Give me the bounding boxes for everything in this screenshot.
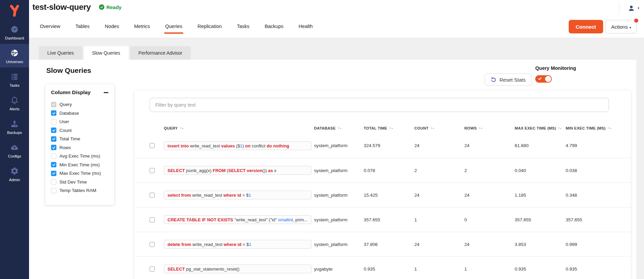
sidebar: DashboardUniversesTasksAlertsBackupsConf…: [0, 0, 29, 279]
database-cell: system_platform: [314, 193, 364, 198]
sidebar-item-admin[interactable]: Admin: [0, 162, 29, 186]
column-option-temp-tables-ram[interactable]: Temp Tables RAM: [51, 186, 108, 195]
task-list-icon: [10, 72, 19, 81]
checkbox-icon[interactable]: [51, 128, 56, 133]
column-option-total-time[interactable]: Total Time: [51, 135, 108, 143]
column-option-count[interactable]: Count: [51, 126, 108, 135]
sort-icon[interactable]: ▼▲: [179, 127, 183, 129]
column-header-rows[interactable]: ROWS▼▲: [464, 126, 515, 130]
nav-tab-queries[interactable]: Queries: [165, 19, 182, 34]
checkbox-icon[interactable]: [51, 154, 56, 159]
sort-icon[interactable]: ▼▲: [430, 127, 434, 129]
checkbox-icon[interactable]: [51, 136, 56, 142]
sort-icon[interactable]: ▼▲: [337, 127, 341, 129]
column-option-label: Avg Exec Time (ms): [59, 154, 100, 159]
sidebar-item-label: Configs: [8, 154, 21, 158]
database-cell: system_platform: [314, 217, 364, 222]
row-checkbox[interactable]: [150, 143, 155, 148]
checkbox-icon[interactable]: [51, 110, 56, 116]
checkbox-icon[interactable]: [51, 179, 56, 185]
column-option-database[interactable]: Database: [51, 109, 108, 118]
column-option-max-exec-time-ms[interactable]: Max Exec Time (ms): [51, 169, 108, 178]
sidebar-item-universes[interactable]: Universes: [0, 44, 29, 67]
sort-icon[interactable]: ▼▲: [607, 127, 611, 129]
table-row: CREATE TABLE IF NOT EXISTS "write_read_t…: [134, 207, 631, 232]
checkbox-icon[interactable]: [51, 171, 56, 176]
nav-tab-tasks[interactable]: Tasks: [237, 19, 250, 34]
connect-button[interactable]: Connect: [569, 20, 603, 33]
checkbox-icon[interactable]: [51, 119, 56, 124]
title-row: test-slow-query Ready: [32, 2, 122, 12]
nav-tab-overview[interactable]: Overview: [40, 19, 60, 34]
sidebar-item-dashboard[interactable]: Dashboard: [0, 20, 29, 44]
query-text-cell[interactable]: select from write_read_test where id = $…: [164, 191, 311, 199]
row-checkbox[interactable]: [150, 217, 155, 222]
collapse-minus-icon[interactable]: [104, 92, 108, 93]
sidebar-item-tasks[interactable]: Tasks: [0, 67, 29, 91]
column-option-user[interactable]: User: [51, 117, 108, 126]
column-header-total-time[interactable]: TOTAL TIME▼▲: [364, 126, 414, 130]
nav-tab-backups[interactable]: Backups: [265, 19, 284, 34]
column-option-label: Temp Tables RAM: [59, 188, 96, 193]
column-option-label: Count: [59, 128, 72, 133]
query-text-cell[interactable]: delete from write_read_test where id = $…: [164, 240, 311, 249]
column-option-query[interactable]: Query: [51, 100, 108, 109]
subtab-live-queries[interactable]: Live Queries: [39, 46, 82, 60]
nav-tab-nodes[interactable]: Nodes: [105, 19, 119, 34]
nav-tab-metrics[interactable]: Metrics: [134, 19, 150, 34]
column-option-std-dev-time[interactable]: Std Dev Time: [51, 178, 108, 187]
query-text-cell[interactable]: insert into write_read_test values ($1) …: [164, 141, 311, 150]
max-exec-time-cell: 357.655: [515, 217, 566, 222]
column-display-options: QueryDatabaseUserCountTotal TimeRowsAvg …: [51, 100, 108, 195]
sidebar-item-configs[interactable]: Configs: [0, 138, 29, 162]
column-option-label: Min Exec Time (ms): [59, 162, 100, 167]
column-option-rows[interactable]: Rows: [51, 143, 108, 152]
query-text-cell[interactable]: SELECT pg_stat_statements_reset(): [164, 264, 311, 273]
reset-stats-button[interactable]: Reset Stats: [485, 74, 532, 86]
column-header-max-exec-time-ms[interactable]: MAX EXEC TIME (MS)▼▲: [515, 126, 566, 130]
checkbox-icon[interactable]: [51, 102, 56, 107]
actions-button[interactable]: Actions▾: [606, 20, 637, 33]
sidebar-item-label: Alerts: [9, 107, 19, 111]
nav-tab-replication[interactable]: Replication: [198, 19, 222, 34]
subtab-performance-advisor[interactable]: Performance Advisor: [130, 46, 191, 60]
table-row: SELECT jsonb_agg(x) FROM (SELECT version…: [134, 158, 631, 183]
subtab-slow-queries[interactable]: Slow Queries: [84, 46, 129, 60]
yugabyte-logo[interactable]: [0, 0, 29, 20]
row-checkbox[interactable]: [150, 267, 155, 272]
reset-stats-label: Reset Stats: [499, 77, 526, 83]
row-checkbox[interactable]: [150, 242, 155, 247]
max-exec-time-cell: 0.935: [515, 267, 566, 272]
max-exec-time-cell: 3.853: [515, 242, 566, 247]
table-header-row: QUERY▼▲DATABASE▼▲TOTAL TIME▼▲COUNT▼▲ROWS…: [134, 123, 631, 133]
query-text-cell[interactable]: CREATE TABLE IF NOT EXISTS "write_read_t…: [164, 215, 311, 224]
sort-icon[interactable]: ▼▲: [479, 127, 483, 129]
nav-tab-health[interactable]: Health: [299, 19, 313, 34]
user-menu[interactable]: ▾: [619, 2, 639, 15]
column-header-min-exec-time-ms[interactable]: MIN EXEC TIME (MS)▼▲: [566, 126, 615, 130]
total-time-cell: 0.935: [364, 267, 414, 272]
table-row: select from write_read_test where id = $…: [134, 183, 631, 207]
checkbox-icon[interactable]: [51, 162, 56, 167]
column-header-count[interactable]: COUNT▼▲: [414, 126, 464, 130]
column-header-database[interactable]: DATABASE▼▲: [314, 126, 364, 130]
column-header-query[interactable]: QUERY▼▲: [164, 126, 314, 130]
row-checkbox[interactable]: [150, 168, 155, 173]
column-option-avg-exec-time-ms[interactable]: Avg Exec Time (ms): [51, 152, 108, 161]
sidebar-item-backups[interactable]: Backups: [0, 115, 29, 138]
sidebar-item-alerts[interactable]: Alerts: [0, 91, 29, 115]
column-option-min-exec-time-ms[interactable]: Min Exec Time (ms): [51, 161, 108, 169]
query-text-cell[interactable]: SELECT jsonb_agg(x) FROM (SELECT version…: [164, 166, 311, 175]
checkbox-icon[interactable]: [51, 188, 56, 193]
nav-tab-tables[interactable]: Tables: [75, 19, 89, 34]
rows-cell: 1: [464, 267, 515, 272]
rows-cell: 24: [464, 193, 515, 198]
row-checkbox[interactable]: [150, 193, 155, 198]
sort-icon[interactable]: ▼▲: [389, 127, 393, 129]
sort-icon[interactable]: ▼▲: [558, 127, 562, 129]
query-monitoring-toggle[interactable]: [535, 75, 552, 83]
query-filter-input[interactable]: [150, 98, 609, 112]
checkbox-icon[interactable]: [51, 145, 56, 150]
min-exec-time-cell: 0.935: [566, 267, 615, 272]
total-time-cell: 0.078: [364, 168, 414, 173]
